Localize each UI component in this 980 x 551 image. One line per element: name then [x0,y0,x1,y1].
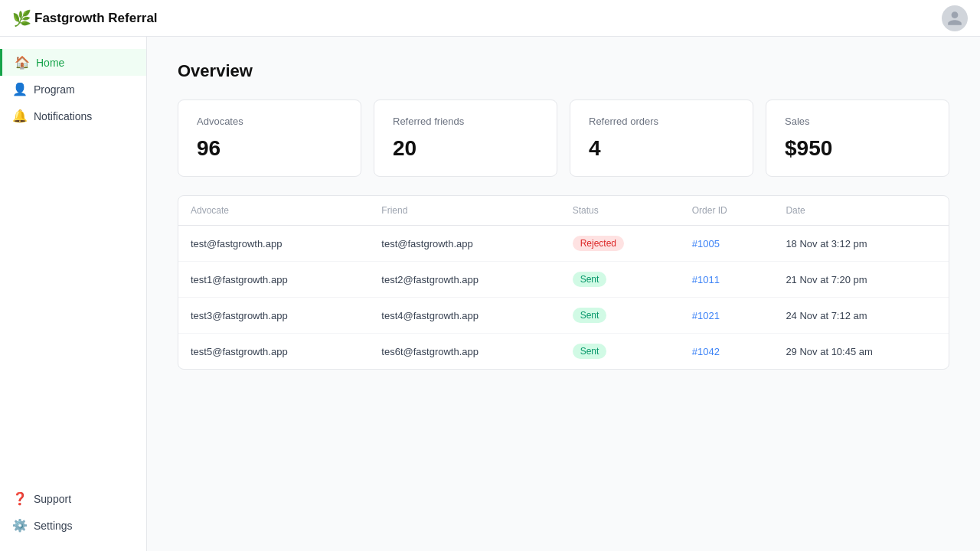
cell-friend-2: test4@fastgrowth.app [369,298,560,334]
app-name: Fastgrowth Referral [34,11,158,26]
order-link-2[interactable]: #1021 [692,310,720,321]
col-header-friend: Friend [369,196,560,226]
app-logo: 🌿 Fastgrowth Referral [12,9,158,28]
stat-label-advocates: Advocates [197,116,342,127]
settings-icon: ⚙️ [12,518,26,533]
avatar[interactable] [942,5,968,31]
sidebar-item-label-program: Program [34,83,75,96]
cell-advocate-2: test3@fastgrowth.app [178,298,369,334]
cell-order-1: #1011 [680,262,774,298]
sidebar-item-program[interactable]: 👤 Program [0,76,146,103]
table-header: AdvocateFriendStatusOrder IDDate [178,196,949,226]
status-badge-1: Sent [573,272,607,287]
referrals-table-container: AdvocateFriendStatusOrder IDDate test@fa… [178,195,949,370]
cell-order-0: #1005 [680,226,774,262]
cell-date-1: 21 Nov at 7:20 pm [773,262,949,298]
stat-value-referred_friends: 20 [393,136,538,161]
stat-cards: Advocates 96 Referred friends 20 Referre… [178,99,949,177]
home-icon: 🏠 [15,55,28,70]
cell-advocate-3: test5@fastgrowth.app [178,334,369,370]
status-badge-3: Sent [573,344,607,359]
sidebar-item-settings[interactable]: ⚙️ Settings [0,512,146,539]
table-row: test5@fastgrowth.app tes6t@fastgrowth.ap… [178,334,949,370]
stat-label-referred_orders: Referred orders [589,116,734,127]
cell-friend-3: tes6t@fastgrowth.app [369,334,560,370]
sidebar-bottom-nav: ❓ Support ⚙️ Settings [0,485,146,539]
stat-value-sales: $950 [785,136,930,161]
sidebar-item-label-notifications: Notifications [34,110,92,122]
program-icon: 👤 [12,82,26,96]
cell-order-3: #1042 [680,334,774,370]
cell-status-0: Rejected [560,226,680,262]
stat-card-referred_orders: Referred orders 4 [570,99,753,177]
sidebar-item-notifications[interactable]: 🔔 Notifications [0,103,146,129]
col-header-date: Date [773,196,949,226]
cell-status-2: Sent [560,298,680,334]
col-header-advocate: Advocate [178,196,369,226]
logo-leaf-icon: 🌿 [12,9,31,28]
table-row: test1@fastgrowth.app test2@fastgrowth.ap… [178,262,949,298]
topbar: 🌿 Fastgrowth Referral [0,0,980,37]
stat-card-advocates: Advocates 96 [178,99,361,177]
order-link-1[interactable]: #1011 [692,274,720,285]
cell-date-2: 24 Nov at 7:12 am [773,298,949,334]
stat-card-referred_friends: Referred friends 20 [374,99,557,177]
cell-friend-0: test@fastgrowth.app [369,226,560,262]
stat-label-sales: Sales [785,116,930,127]
notifications-icon: 🔔 [12,109,26,123]
cell-status-1: Sent [560,262,680,298]
stat-card-sales: Sales $950 [766,99,949,177]
cell-status-3: Sent [560,334,680,370]
order-link-3[interactable]: #1042 [692,346,720,357]
sidebar-nav: 🏠 Home 👤 Program 🔔 Notifications [0,49,146,129]
cell-friend-1: test2@fastgrowth.app [369,262,560,298]
layout: 🏠 Home 👤 Program 🔔 Notifications ❓ Suppo… [0,37,980,551]
sidebar: 🏠 Home 👤 Program 🔔 Notifications ❓ Suppo… [0,37,147,551]
order-link-0[interactable]: #1005 [692,238,720,249]
cell-advocate-0: test@fastgrowth.app [178,226,369,262]
referrals-table: AdvocateFriendStatusOrder IDDate test@fa… [178,196,949,369]
stat-value-referred_orders: 4 [589,136,734,161]
sidebar-item-support[interactable]: ❓ Support [0,485,146,512]
col-header-order_id: Order ID [680,196,774,226]
sidebar-item-label-support: Support [34,493,71,505]
cell-date-3: 29 Nov at 10:45 am [773,334,949,370]
sidebar-item-home[interactable]: 🏠 Home [0,49,146,76]
col-header-status: Status [560,196,680,226]
table-body: test@fastgrowth.app test@fastgrowth.app … [178,226,949,370]
cell-order-2: #1021 [680,298,774,334]
support-icon: ❓ [12,491,26,506]
cell-date-0: 18 Nov at 3:12 pm [773,226,949,262]
page-title: Overview [178,61,949,81]
sidebar-item-label-home: Home [36,57,64,69]
status-badge-2: Sent [573,308,607,323]
stat-label-referred_friends: Referred friends [393,116,538,127]
status-badge-0: Rejected [573,236,624,251]
table-row: test3@fastgrowth.app test4@fastgrowth.ap… [178,298,949,334]
sidebar-item-label-settings: Settings [34,520,73,532]
main-content: Overview Advocates 96 Referred friends 2… [147,37,980,551]
table-header-row: AdvocateFriendStatusOrder IDDate [178,196,949,226]
cell-advocate-1: test1@fastgrowth.app [178,262,369,298]
stat-value-advocates: 96 [197,136,342,161]
table-row: test@fastgrowth.app test@fastgrowth.app … [178,226,949,262]
